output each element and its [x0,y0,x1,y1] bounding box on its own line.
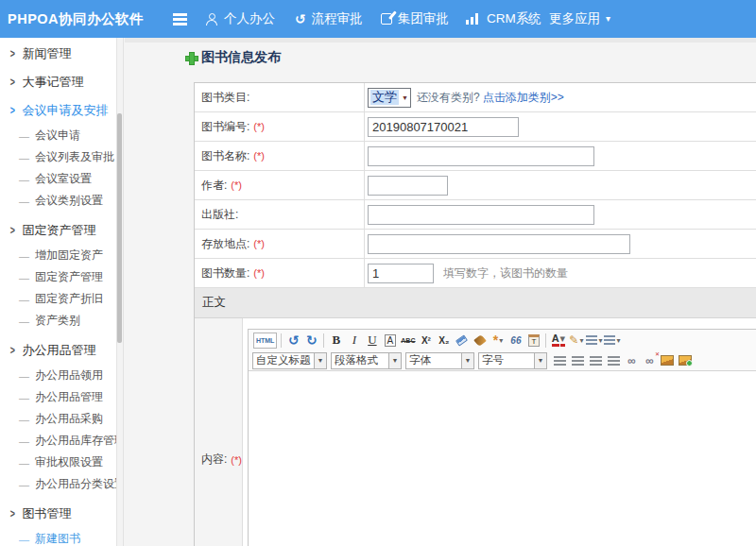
align-center-icon[interactable] [570,352,586,368]
add-category-link[interactable]: 点击添加类别>> [483,90,564,106]
field-input[interactable] [368,146,594,166]
blockquote-icon[interactable]: 66 [507,333,524,349]
plus-icon [185,52,197,63]
field-label: 作者:(*) [195,171,365,199]
form-row: 图书数量:(*)填写数字，该图书的数量 [195,259,756,288]
sidebar-item[interactable]: —增加固定资产 [0,245,115,266]
unordered-list-icon[interactable]: ▾ [604,333,620,349]
sidebar-item[interactable]: —会议室设置 [0,168,115,190]
field-input[interactable] [368,176,448,196]
dash-icon: — [19,250,29,262]
unlink-icon[interactable]: ∞ [642,352,658,368]
html-source-icon[interactable]: HTML [253,333,277,349]
align-right-icon[interactable] [588,352,604,368]
field-value [365,171,756,199]
undo-icon[interactable]: ↺ [285,333,301,349]
required-mark: (*) [253,238,265,249]
nav-item-label: 个人办公 [224,10,275,27]
paragraph-format-select[interactable]: 段落格式▼ [331,352,402,369]
dash-icon: — [19,316,29,327]
superscript-icon[interactable]: X² [418,333,434,349]
format-brush-icon[interactable] [472,333,488,349]
strikethrough-icon[interactable]: ABC [400,333,416,349]
insert-image-icon[interactable] [678,352,694,368]
sidebar-section-2[interactable]: >会议申请及安排 [0,96,115,125]
nav-workflow-approval[interactable]: ↺流程审批 [295,0,363,38]
sidebar-section-label: 会议申请及安排 [22,102,108,119]
field-input[interactable] [368,117,519,137]
sidebar-item[interactable]: —审批权限设置 [0,452,115,473]
select-label: 自定义标题 [253,353,314,367]
sidebar-item-label: 增加固定资产 [35,247,103,264]
sidebar-section-1[interactable]: >大事记管理 [0,68,115,96]
required-mark: (*) [253,150,265,162]
field-label: 出版社: [195,200,365,229]
redo-icon[interactable]: ↻ [303,333,319,349]
sidebar-item[interactable]: —资产类别 [0,310,115,332]
nav-more-apps[interactable]: 更多应用▾ [549,0,610,38]
book-category-selected: 文学 [370,90,399,105]
field-input[interactable] [368,264,434,283]
sidebar-item[interactable]: —办公用品库存管理 [0,430,115,452]
field-label-text: 出版社: [201,207,238,223]
align-left-icon[interactable] [552,352,568,368]
italic-icon[interactable]: I [346,333,362,349]
underline-icon[interactable]: U [364,333,380,349]
sidebar-section-label: 图书管理 [22,505,71,522]
char-border-icon[interactable]: A [382,333,398,349]
sidebar-item-label: 办公用品库存管理 [35,433,124,449]
form-row: 出版社: [195,200,756,230]
sidebar-section-label: 新闻管理 [22,45,71,62]
form-row: 图书名称:(*) [195,142,756,171]
sidebar-item[interactable]: —固定资产管理 [0,266,115,288]
bold-icon[interactable]: B [328,333,344,349]
image-icon[interactable] [660,352,676,368]
sidebar-scrollbar-thumb[interactable] [117,113,122,343]
field-value: 填写数字，该图书的数量 [365,259,756,287]
paste-as-text-icon[interactable]: T [525,333,541,349]
caret-down-icon: ▼ [388,353,401,368]
field-input[interactable] [368,234,630,254]
book-category-select[interactable]: 文学▼ [368,88,411,108]
highlight-pen-icon[interactable]: ✎▾ [568,333,584,349]
sidebar-item[interactable]: —办公用品管理 [0,386,115,408]
sidebar-section-0[interactable]: >新闻管理 [0,40,115,68]
editor-content-area[interactable] [249,371,756,546]
sidebar-item[interactable]: —固定资产折旧 [0,288,115,310]
field-label-text: 内容: [201,452,227,468]
sidebar-item[interactable]: —办公用品领用 [0,365,115,386]
nav-crm-system[interactable]: CRM系统 [466,0,541,38]
eraser-icon[interactable] [454,333,470,349]
sidebar-item[interactable]: —办公用品采购 [0,408,115,430]
quick-format-icon[interactable]: *▾ [490,333,506,349]
sidebar-item[interactable]: —会议申请 [0,125,115,146]
font-size-select[interactable]: 字号▼ [478,352,547,369]
caret-down-icon: ▾ [606,14,610,24]
custom-title-select[interactable]: 自定义标题▼ [252,352,327,369]
rich-text-editor: HTML↺↻BIUAABCX²X₂*▾66TA▾✎▾▾▾自定义标题▼段落格式▼字… [248,329,756,546]
sidebar-item[interactable]: —办公用品分类设置 [0,473,115,495]
field-label: 图书编号:(*) [195,112,365,141]
sidebar-item-label: 固定资产管理 [35,269,103,285]
sidebar-item[interactable]: —会议类别设置 [0,190,115,212]
sidebar-section-label: 办公用品管理 [22,342,95,359]
select-label: 段落格式 [332,353,388,367]
sidebar-section-4[interactable]: >办公用品管理 [0,336,115,365]
ordered-list-icon[interactable]: ▾ [586,333,602,349]
hamburger-menu-icon[interactable] [173,13,187,26]
field-input[interactable] [368,205,594,225]
nav-item-label: 更多应用 [549,10,600,27]
sidebar-item[interactable]: —会议列表及审批 [0,146,115,168]
field-value: 文学▼还没有类别?点击添加类别>> [365,83,756,111]
nav-group-approval[interactable]: 集团审批 [381,0,449,38]
page-title-text: 图书信息发布 [201,49,281,66]
subscript-icon[interactable]: X₂ [436,333,452,349]
sidebar-section-5[interactable]: >图书管理 [0,500,115,528]
link-icon[interactable]: ∞ [624,352,640,368]
font-color-icon[interactable]: A▾ [550,333,566,349]
font-family-select[interactable]: 字体▼ [405,352,474,369]
sidebar-section-3[interactable]: >固定资产管理 [0,216,115,245]
nav-personal-office[interactable]: 个人办公 [206,0,275,38]
align-justify-icon[interactable] [606,352,622,368]
sidebar-item[interactable]: —新建图书 [0,528,115,546]
